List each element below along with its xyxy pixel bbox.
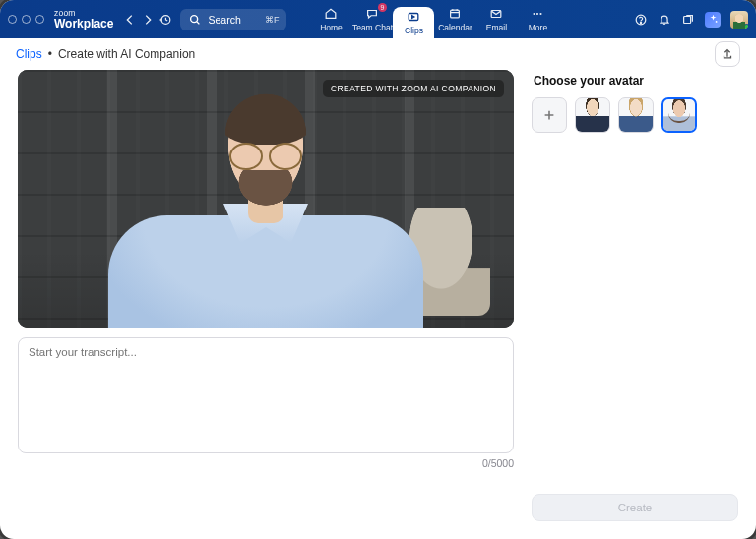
help-icon[interactable] [634, 13, 648, 27]
left-column: CREATED WITH ZOOM AI COMPANION 0/5000 [18, 70, 514, 521]
chat-badge: 9 [378, 3, 388, 12]
traffic-max[interactable] [35, 15, 44, 24]
nav-tabs: Home 9 Team Chat Clips Calendar Email [310, 0, 558, 38]
bell-icon[interactable] [658, 13, 671, 27]
svg-point-5 [534, 12, 536, 14]
main-area: CREATED WITH ZOOM AI COMPANION 0/5000 Ch… [0, 70, 756, 539]
traffic-min[interactable] [22, 15, 31, 24]
transcript-input[interactable] [18, 337, 514, 453]
app-window: zoom Workplace Search ⌘F Home [0, 0, 756, 539]
char-counter: 0/5000 [18, 457, 514, 469]
clips-icon [407, 10, 420, 24]
avatar-option-1[interactable] [575, 97, 610, 133]
svg-point-6 [536, 12, 538, 14]
calendar-icon [448, 7, 462, 21]
share-button[interactable] [715, 41, 740, 67]
search-input[interactable]: Search ⌘F [180, 9, 286, 30]
breadcrumb: Clips • Create with AI Companion [0, 38, 756, 70]
preview-avatar-figure [118, 97, 413, 328]
ai-companion-button[interactable] [705, 12, 721, 28]
search-placeholder: Search [208, 14, 240, 26]
create-button-label: Create [618, 502, 653, 513]
newwindow-icon[interactable] [681, 13, 695, 27]
avatar-section-title: Choose your avatar [534, 74, 738, 88]
video-preview: CREATED WITH ZOOM AI COMPANION [18, 70, 514, 328]
svg-point-1 [191, 15, 198, 22]
tab-email[interactable]: Email [475, 0, 517, 38]
avatar-list [532, 97, 738, 133]
brand: zoom Workplace [54, 9, 113, 30]
traffic-close[interactable] [8, 15, 17, 24]
profile-avatar[interactable] [730, 11, 748, 29]
avatar-option-3[interactable] [662, 97, 697, 133]
breadcrumb-root[interactable]: Clips [16, 47, 42, 61]
search-icon [188, 13, 202, 27]
right-panel: Choose your avatar Create [532, 70, 738, 521]
tab-team-chat[interactable]: 9 Team Chat [351, 0, 393, 38]
nav-back-icon[interactable] [123, 13, 137, 27]
svg-rect-10 [684, 16, 691, 23]
tab-more[interactable]: More [517, 0, 558, 38]
svg-point-7 [540, 12, 542, 14]
breadcrumb-sep: • [48, 47, 52, 61]
titlebar: zoom Workplace Search ⌘F Home [0, 0, 756, 38]
tab-calendar[interactable]: Calendar [434, 0, 475, 38]
brand-bottom: Workplace [54, 18, 113, 30]
nav-forward-icon[interactable] [141, 13, 155, 27]
breadcrumb-current: Create with AI Companion [58, 47, 195, 61]
brand-top: zoom [54, 9, 113, 18]
window-controls[interactable] [8, 15, 44, 24]
search-shortcut: ⌘F [265, 15, 280, 25]
tab-home[interactable]: Home [310, 0, 351, 38]
avatar-option-2[interactable] [618, 97, 654, 133]
svg-point-9 [640, 22, 641, 23]
history-icon[interactable] [158, 13, 172, 27]
svg-rect-3 [451, 10, 460, 18]
home-icon [324, 7, 338, 21]
more-icon [531, 7, 544, 21]
add-avatar-button[interactable] [532, 97, 567, 133]
presence-dot [743, 24, 748, 29]
ai-companion-badge: CREATED WITH ZOOM AI COMPANION [323, 80, 504, 97]
create-button[interactable]: Create [532, 494, 738, 521]
email-icon [489, 7, 503, 21]
svg-point-11 [715, 21, 717, 23]
tab-clips[interactable]: Clips [393, 7, 434, 38]
titlebar-right [634, 11, 748, 29]
